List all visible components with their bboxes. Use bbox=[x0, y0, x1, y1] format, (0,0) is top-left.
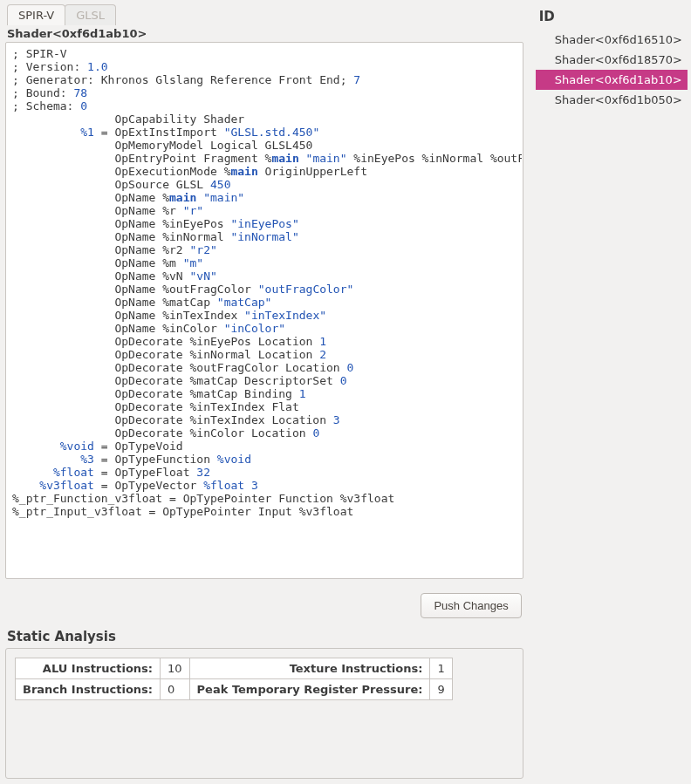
push-changes-button[interactable]: Push Changes bbox=[421, 593, 521, 618]
sa-tex-label: Texture Instructions: bbox=[189, 658, 430, 679]
static-analysis-title: Static Analysis bbox=[5, 629, 523, 648]
sa-reg-label: Peak Temporary Register Pressure: bbox=[189, 679, 430, 700]
id-list-item[interactable]: Shader<0xf6d1b050> bbox=[536, 90, 688, 110]
sa-branch-value: 0 bbox=[161, 679, 190, 700]
tab-spirv[interactable]: SPIR-V bbox=[7, 4, 65, 25]
id-panel-header: ID bbox=[536, 3, 688, 30]
shader-title: Shader<0xf6d1ab10> bbox=[5, 25, 523, 42]
id-list-item[interactable]: Shader<0xf6d16510> bbox=[536, 30, 688, 50]
sa-alu-label: ALU Instructions: bbox=[16, 658, 161, 679]
tab-glsl[interactable]: GLSL bbox=[65, 4, 116, 25]
tab-strip: SPIR-V GLSL bbox=[5, 3, 523, 25]
static-analysis-table: ALU Instructions: 10 Texture Instruction… bbox=[15, 658, 453, 700]
id-list-item[interactable]: Shader<0xf6d1ab10> bbox=[536, 70, 688, 90]
sa-alu-value: 10 bbox=[161, 658, 190, 679]
id-list: Shader<0xf6d16510>Shader<0xf6d18570>Shad… bbox=[536, 30, 688, 110]
sa-branch-label: Branch Instructions: bbox=[16, 679, 161, 700]
sa-reg-value: 9 bbox=[430, 679, 452, 700]
id-list-item[interactable]: Shader<0xf6d18570> bbox=[536, 50, 688, 70]
static-analysis-panel: ALU Instructions: 10 Texture Instruction… bbox=[5, 648, 523, 779]
sa-tex-value: 1 bbox=[430, 658, 452, 679]
code-editor[interactable]: ; SPIR-V ; Version: 1.0 ; Generator: Khr… bbox=[5, 42, 523, 579]
